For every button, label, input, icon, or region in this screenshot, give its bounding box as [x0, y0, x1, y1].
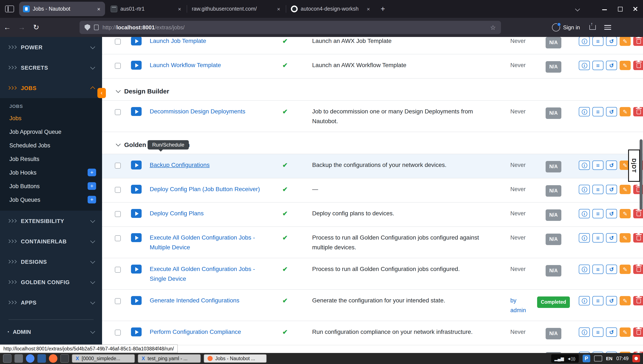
job-results-button[interactable]: ≡ [592, 160, 603, 170]
language-indicator[interactable]: EN [606, 356, 613, 361]
sidebar-item-job-hooks[interactable]: Job Hooks+ [0, 166, 102, 179]
taskbar-window-button[interactable]: X[0000_simplede... [72, 354, 135, 363]
job-name-link[interactable]: Generate Intended Configurations [150, 297, 240, 304]
run-job-button[interactable] [131, 107, 142, 116]
job-info-button[interactable]: i [579, 328, 590, 337]
job-results-button[interactable]: ≡ [592, 37, 603, 46]
job-info-button[interactable]: i [579, 233, 590, 242]
workspace-switcher-icon[interactable] [15, 354, 23, 363]
job-last-run[interactable]: by admin [491, 296, 533, 315]
menu-icon[interactable] [604, 24, 611, 31]
job-checkbox[interactable] [115, 330, 121, 336]
job-delete-button[interactable] [633, 61, 643, 70]
run-job-button[interactable] [131, 209, 142, 218]
reload-button[interactable]: ↻ [29, 23, 43, 32]
job-history-button[interactable]: ↺ [606, 264, 617, 274]
job-history-button[interactable]: ↺ [606, 185, 617, 194]
keyboard-icon[interactable] [594, 356, 602, 362]
run-job-button[interactable] [131, 264, 142, 274]
sidebar-section-designs[interactable]: DESIGNS [0, 252, 102, 272]
job-info-button[interactable]: i [579, 185, 590, 194]
site-info-icon[interactable] [94, 25, 99, 30]
run-job-button[interactable] [131, 328, 142, 336]
job-info-button[interactable]: i [579, 61, 590, 70]
parallels-tray-icon[interactable]: P [583, 355, 590, 362]
job-delete-button[interactable] [633, 209, 643, 218]
tab-close-icon[interactable]: × [366, 6, 371, 12]
forward-button[interactable]: → [15, 23, 29, 32]
sidebar-item-job-approval-queue[interactable]: Job Approval Queue [0, 125, 102, 138]
run-job-button[interactable] [131, 160, 142, 170]
job-info-button[interactable]: i [579, 296, 590, 306]
sidebar-section-containerlab[interactable]: CONTAINERLAB [0, 231, 102, 252]
close-window-button[interactable] [628, 0, 643, 18]
taskbar-window-button[interactable]: Xtest_ping.yaml - ... [138, 354, 201, 363]
job-delete-button[interactable] [633, 296, 643, 306]
add-button[interactable]: + [88, 196, 96, 204]
job-edit-button[interactable]: ✎ [620, 264, 631, 274]
job-history-button[interactable]: ↺ [606, 107, 617, 116]
job-history-button[interactable]: ↺ [606, 61, 617, 70]
taskbar-window-button[interactable]: Jobs - Nautobot ... [204, 354, 267, 363]
job-checkbox[interactable] [115, 267, 121, 273]
job-name-link[interactable]: Perform Configuration Compliance [150, 328, 241, 335]
job-history-button[interactable]: ↺ [606, 37, 617, 46]
job-checkbox[interactable] [115, 235, 121, 241]
terminal-icon[interactable] [60, 354, 69, 363]
url-text[interactable]: http://localhost:8001/extras/jobs/ [102, 24, 486, 30]
maximize-button[interactable] [612, 0, 628, 18]
browser-tab[interactable]: aus01-rtr1× [107, 2, 186, 16]
job-results-button[interactable]: ≡ [592, 328, 603, 337]
job-history-button[interactable]: ↺ [606, 296, 617, 306]
add-button[interactable]: + [88, 182, 96, 190]
job-history-button[interactable]: ↺ [606, 233, 617, 242]
back-button[interactable]: ← [0, 23, 15, 32]
job-name-link[interactable]: Backup Configurations [150, 162, 210, 168]
browser-tab[interactable]: Jobs - Nautobot× [19, 2, 105, 16]
job-name-link[interactable]: Decommission Design Deployments [150, 108, 245, 115]
run-job-button[interactable] [131, 61, 142, 70]
sidebar-section-extensibility[interactable]: EXTENSIBILITY [0, 211, 102, 231]
job-checkbox[interactable] [115, 63, 121, 69]
scrollbar-thumb[interactable] [639, 139, 642, 210]
add-button[interactable]: + [88, 168, 96, 176]
sidebar-section-admin[interactable]: • ADMIN [0, 323, 102, 340]
tab-close-icon[interactable]: × [177, 6, 182, 12]
job-name-link[interactable]: Execute All Golden Configuration Jobs - … [150, 234, 255, 250]
job-history-button[interactable]: ↺ [606, 328, 617, 337]
job-results-button[interactable]: ≡ [592, 233, 603, 242]
job-delete-button[interactable] [633, 37, 643, 46]
bookmark-star-icon[interactable]: ☆ [490, 24, 496, 31]
job-edit-button[interactable]: ✎ [620, 328, 631, 337]
job-edit-button[interactable]: ✎ [620, 296, 631, 306]
tab-close-icon[interactable]: × [276, 6, 281, 12]
job-checkbox[interactable] [115, 163, 121, 168]
browser-tab[interactable]: autocon4-design-worksh× [287, 2, 375, 16]
job-checkbox[interactable] [115, 211, 121, 217]
job-name-link[interactable]: Deploy Config Plans [150, 210, 204, 216]
job-checkbox[interactable] [115, 39, 121, 44]
sidebar-item-job-results[interactable]: Job Results [0, 152, 102, 166]
job-checkbox[interactable] [115, 187, 121, 193]
job-info-button[interactable]: i [579, 209, 590, 218]
minimize-button[interactable] [597, 0, 612, 18]
sidebar-section-jobs[interactable]: JOBS [0, 78, 102, 98]
url-bar[interactable]: http://localhost:8001/extras/jobs/ ☆ [80, 21, 501, 34]
new-tab-button[interactable]: + [381, 4, 385, 14]
sidebar-section-secrets[interactable]: SECRETS [0, 57, 102, 78]
sidebar-item-scheduled-jobs[interactable]: Scheduled Jobs [0, 138, 102, 152]
firefox-icon[interactable] [49, 354, 57, 363]
job-results-button[interactable]: ≡ [592, 296, 603, 306]
sidebar-section-apps[interactable]: APPS [0, 292, 102, 312]
share-icon[interactable]: ↑ [589, 25, 596, 30]
job-edit-button[interactable]: ✎ [620, 185, 631, 194]
sidebar-section-power[interactable]: POWER [0, 37, 102, 57]
job-results-button[interactable]: ≡ [592, 185, 603, 194]
sidebar-item-job-buttons[interactable]: Job Buttons+ [0, 179, 102, 193]
job-results-button[interactable]: ≡ [592, 61, 603, 70]
job-edit-button[interactable]: ✎ [620, 107, 631, 116]
job-delete-button[interactable] [633, 107, 643, 116]
job-checkbox[interactable] [115, 109, 121, 115]
job-group-header[interactable]: Design Builder [102, 78, 643, 101]
job-history-button[interactable]: ↺ [606, 160, 617, 170]
